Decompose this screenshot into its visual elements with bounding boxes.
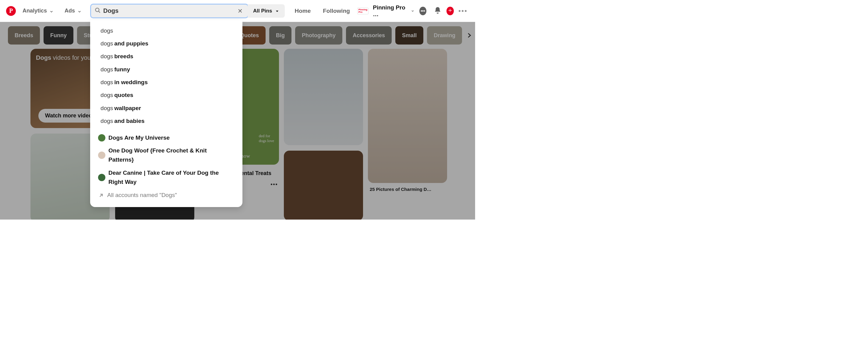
search-all-accounts-link[interactable]: All accounts named "Dogs" [90,189,242,201]
search-suggestion-profile[interactable]: Dogs Are My Universe [90,132,242,144]
ads-label: Ads [65,8,75,14]
search-filter-label: All Pins [253,8,272,14]
chevron-down-icon [78,9,82,13]
analytics-label: Analytics [23,8,47,14]
speech-bubble-icon: ••• [421,8,425,13]
search-suggestion[interactable]: dogsquotes [90,89,242,102]
avatar-icon [98,134,105,141]
chevron-down-icon [49,9,54,13]
search-suggestion[interactable]: dogsfunny [90,63,242,76]
chevron-down-icon [275,9,279,13]
avatar-icon [98,152,105,159]
search-suggestion-profile[interactable]: One Dog Woof {Free Crochet & Knit Patter… [90,144,242,166]
messages-button[interactable]: ••• [420,7,427,15]
following-link[interactable]: Following [318,8,355,14]
dot-icon [459,10,461,12]
home-link[interactable]: Home [290,8,315,14]
all-accounts-label: All accounts named "Dogs" [107,191,177,200]
search-box[interactable]: ✕ [90,4,249,18]
ads-menu[interactable]: Ads [60,8,86,14]
account-badge: Pinning Pro [357,8,369,14]
clear-search-icon[interactable]: ✕ [236,7,244,15]
pinterest-logo[interactable]: P [6,6,16,16]
svg-line-1 [99,11,100,12]
chevron-down-icon[interactable] [411,9,414,13]
search-icon [95,7,101,15]
search-suggestion[interactable]: dogs [90,24,242,37]
bell-icon [434,6,442,16]
account-name[interactable]: Pinning Pro … [371,4,408,18]
avatar-icon [98,174,105,181]
top-navigation: P Analytics Ads ✕ All Pins dogsdogsand p… [0,0,475,22]
search-suggestion-profile[interactable]: Dear Canine | Take Care of Your Dog the … [90,166,242,189]
more-menu-button[interactable] [456,10,469,12]
create-button[interactable] [446,7,454,15]
plus-icon [448,8,453,14]
search-suggestion[interactable]: dogsbreeds [90,50,242,63]
search-suggestion[interactable]: dogsand babies [90,115,242,128]
search-container: ✕ All Pins dogsdogsand puppiesdogsbreeds… [90,4,285,18]
search-autocomplete-dropdown: dogsdogsand puppiesdogsbreedsdogsfunnydo… [90,20,242,207]
search-suggestion[interactable]: dogsin weddings [90,76,242,89]
analytics-menu[interactable]: Analytics [18,8,58,14]
search-filter-button[interactable]: All Pins [248,4,285,18]
notifications-button[interactable] [434,7,442,15]
search-input[interactable] [103,7,234,14]
search-suggestion[interactable]: dogswallpaper [90,102,242,115]
arrow-up-right-icon [98,192,104,198]
search-suggestion[interactable]: dogsand puppies [90,37,242,50]
svg-point-0 [96,8,99,11]
